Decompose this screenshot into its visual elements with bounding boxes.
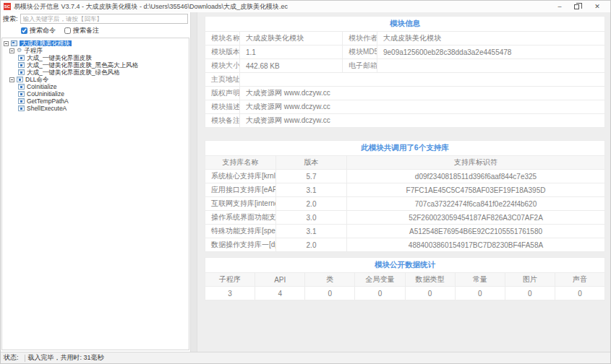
search-commands-label: 搜索命令 — [30, 26, 56, 35]
table-row: 模块描述 大成资源网 www.dczyw.cc — [205, 100, 605, 114]
tree-item-dll-command[interactable]: ShellExecuteA — [4, 105, 189, 112]
tree-item-subroutine[interactable]: 大成_一键美化界面皮肤 — [4, 54, 189, 61]
status-divider — [25, 355, 25, 362]
tree-item-dll-command[interactable]: GetTempPathA — [4, 98, 189, 105]
app-window: SC 易模块公开信息 V3.7.4 - 大成皮肤美化模块 - d:\Users\… — [0, 0, 611, 364]
search-label: 搜索: — [3, 14, 18, 24]
table-row: 系统核心支持库[krnln] 5.7 d09f2340818511d396f6a… — [205, 170, 605, 183]
stats-title: 模块公开数据统计 — [205, 258, 605, 273]
maximize-button[interactable] — [574, 4, 583, 9]
module-info-title: 模块信息 — [205, 17, 605, 32]
search-commands-checkbox[interactable] — [21, 27, 27, 34]
dll-command-icon — [18, 105, 25, 111]
close-button[interactable]: ✕ — [593, 4, 602, 10]
window-title: 易模块公开信息 V3.7.4 - 大成皮肤美化模块 - d:\Users\355… — [14, 2, 555, 12]
search-options: 搜索命令 搜索备注 — [1, 25, 190, 37]
table-row: 主页地址 — [205, 73, 605, 87]
dll-command-icon — [18, 91, 25, 97]
minimize-button[interactable]: – — [555, 4, 564, 10]
status-bar: 状态: 载入完毕，共用时: 31毫秒 — [1, 352, 610, 363]
subroutine-icon — [18, 62, 25, 68]
tree-item-subroutine[interactable]: 大成_一键美化界面皮肤_黑色高大上风格 — [4, 61, 189, 69]
restore-icon — [574, 4, 579, 9]
option-search-notes[interactable]: 搜索备注 — [64, 26, 99, 35]
table-row: 特殊功能支持库[spec] 3.1 A512548E76954B6E92C210… — [205, 225, 605, 238]
search-notes-checkbox[interactable] — [64, 27, 71, 34]
tree-root-label: 大成皮肤美化模块 — [20, 40, 72, 47]
table-header-row: 子程序 API 类 全局变量 数据类型 常量 图片 声音 — [205, 273, 605, 287]
table-title-row: 模块信息 — [205, 17, 605, 32]
subroutine-icon — [18, 69, 25, 75]
table-row: 应用接口支持库[eAPI] 3.1 F7FC1AE45C5C4758AF03EF… — [205, 183, 605, 197]
tree-item-dll-command[interactable]: CoInitialize — [4, 83, 189, 90]
panel-splitter[interactable] — [191, 12, 197, 352]
libraries-title: 此模块共调用了6个支持库 — [205, 141, 605, 156]
dll-command-icon — [18, 84, 25, 90]
table-row: 模块备注 大成资源网 www.dczyw.cc — [205, 114, 605, 128]
collapse-icon[interactable] — [9, 48, 14, 53]
collapse-icon[interactable] — [4, 41, 9, 46]
gear-icon: ⚙ — [17, 48, 22, 53]
table-row: 模块版本 1.1 模块MD5 9e09a125600eb28c38dda3a2e… — [205, 46, 605, 59]
tree-group-dll[interactable]: DLL命令 — [4, 76, 189, 83]
table-title-row: 模块公开数据统计 — [205, 258, 605, 273]
table-row: 模块名称 大成皮肤美化模块 模块作者 大成皮肤美化模块 — [205, 32, 605, 46]
libraries-table: 此模块共调用了6个支持库 支持库名称 版本 支持库标识符 系统核心支持库[krn… — [205, 140, 605, 252]
title-bar: SC 易模块公开信息 V3.7.4 - 大成皮肤美化模块 - d:\Users\… — [1, 1, 610, 12]
module-icon — [11, 40, 17, 46]
collapse-icon[interactable] — [9, 77, 14, 82]
dll-icon — [17, 77, 23, 82]
status-message: 载入完毕，共用时: 31毫秒 — [28, 353, 104, 363]
table-title-row: 此模块共调用了6个支持库 — [205, 141, 605, 156]
module-tree: 大成皮肤美化模块 ⚙ 子程序 大成_一键美化界面皮肤 大成_一键美化界面皮肤_黑… — [1, 38, 189, 350]
right-panel: 模块信息 模块名称 大成皮肤美化模块 模块作者 大成皮肤美化模块 模块版本 1.… — [197, 12, 610, 352]
dll-command-icon — [18, 98, 25, 104]
table-row: 3 4 0 0 0 0 0 0 — [205, 287, 605, 300]
tree-item-dll-command[interactable]: CoUninitialize — [4, 90, 189, 98]
table-row: 操作系统界面功能支持库[shell] 3.0 52F26002305945418… — [205, 211, 605, 225]
search-input[interactable] — [20, 14, 188, 24]
main-area: 搜索: 搜索命令 搜索备注 大成皮肤美化模块 — [1, 12, 610, 352]
tree-group-subroutines[interactable]: ⚙ 子程序 — [4, 47, 189, 54]
table-row: 版权声明 大成资源网 www.dczyw.cc — [205, 87, 605, 100]
table-row: 数据操作支持库一[dp1] 2.0 4884003860154917BC7D82… — [205, 238, 605, 252]
table-row: 模块大小 442.68 KB 电子邮箱 — [205, 59, 605, 73]
stats-table: 模块公开数据统计 子程序 API 类 全局变量 数据类型 常量 图片 声音 3 … — [205, 257, 605, 300]
window-controls: – ✕ — [555, 4, 602, 10]
tree-root[interactable]: 大成皮肤美化模块 — [4, 40, 189, 47]
tree-item-subroutine[interactable]: 大成_一键美化界面皮肤_绿色风格 — [4, 69, 189, 76]
table-row: 互联网支持库[internet] 2.0 707ca37322474f6ca84… — [205, 197, 605, 211]
search-notes-label: 搜索备注 — [73, 26, 99, 35]
search-row: 搜索: — [1, 12, 190, 25]
left-panel: 搜索: 搜索命令 搜索备注 大成皮肤美化模块 — [1, 12, 191, 352]
status-label: 状态: — [1, 353, 22, 363]
app-icon: SC — [4, 3, 11, 10]
table-header-row: 支持库名称 版本 支持库标识符 — [205, 156, 605, 170]
option-search-commands[interactable]: 搜索命令 — [21, 26, 56, 35]
module-info-table: 模块信息 模块名称 大成皮肤美化模块 模块作者 大成皮肤美化模块 模块版本 1.… — [205, 16, 605, 128]
subroutine-icon — [18, 55, 25, 61]
